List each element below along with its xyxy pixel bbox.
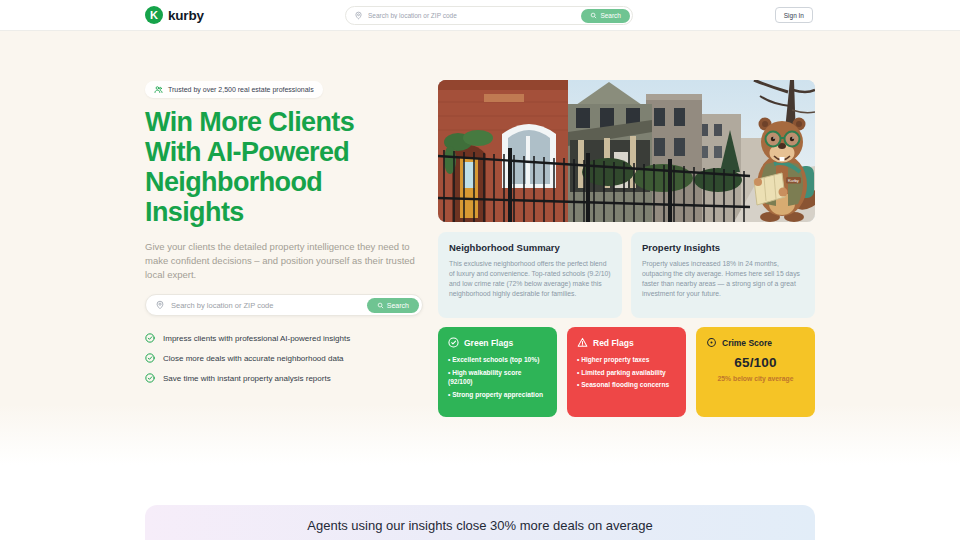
hero-title-line: Insights [145,197,437,227]
street-scene: Kurby [438,80,815,222]
target-icon [706,337,717,348]
hero-search-bar: Search [145,294,423,316]
header-search-bar: Search [345,6,633,25]
neighborhood-summary-card: Neighborhood Summary This exclusive neig… [438,232,622,318]
search-icon [377,302,384,309]
benefit-text: Impress clients with professional AI-pow… [163,334,350,343]
kurby-logo[interactable]: K kurby [145,6,204,24]
kurby-logo-icon: K [145,6,163,24]
header-search-input[interactable] [368,12,581,19]
benefit-item: Close more deals with accurate neighborh… [145,353,437,363]
red-flag-item: Seasonal flooding concerns [577,380,676,390]
trust-badge-text: Trusted by over 2,500 real estate profes… [168,86,314,93]
neighborhood-summary-body: This exclusive neighborhood offers the p… [449,259,611,299]
brand-name: kurby [168,8,204,23]
check-circle-icon [448,337,459,348]
hero-description: Give your clients the detailed property … [145,240,429,282]
green-flags-title: Green Flags [464,338,513,348]
benefit-text: Close more deals with accurate neighborh… [163,354,344,363]
neighborhood-summary-title: Neighborhood Summary [449,242,611,253]
hero-search-button-label: Search [387,302,409,309]
location-pin-icon [155,300,165,310]
trust-badge: Trusted by over 2,500 real estate profes… [145,81,323,98]
green-flag-item: High walkability score (92/100) [448,368,547,387]
property-insights-title: Property Insights [642,242,804,253]
green-flags-list: Excellent schools (top 10%) High walkabi… [448,355,547,399]
stats-banner-text: Agents using our insights close 30% more… [307,518,652,533]
hero-title: Win More Clients With AI-Powered Neighbo… [145,107,437,227]
summary-cards: Neighborhood Summary This exclusive neig… [438,232,815,318]
check-circle-icon [145,373,155,383]
green-flag-item: Excellent schools (top 10%) [448,355,547,365]
warning-triangle-icon [577,337,588,348]
hero-title-line: With AI-Powered [145,137,437,167]
stats-banner: Agents using our insights close 30% more… [145,505,815,540]
neighborhood-street-photo: Kurby [438,80,815,222]
crime-score-note: 25% below city average [706,375,805,382]
check-circle-icon [145,333,155,343]
users-icon [154,85,163,94]
red-flags-title: Red Flags [593,338,634,348]
property-insights-body: Property values increased 18% in 24 mont… [642,259,804,299]
benefits-list: Impress clients with professional AI-pow… [145,333,437,383]
header-search-button[interactable]: Search [581,9,630,23]
hero-search-input[interactable] [171,301,367,310]
red-flag-item: Limited parking availability [577,368,676,378]
benefit-item: Impress clients with professional AI-pow… [145,333,437,343]
hero-right-column: Kurby [438,80,815,417]
hero-left-column: Trusted by over 2,500 real estate profes… [145,80,437,393]
hero-search-button[interactable]: Search [367,298,419,313]
red-flag-item: Higher property taxes [577,355,676,365]
flag-cards: Green Flags Excellent schools (top 10%) … [438,327,815,417]
hero-title-line: Win More Clients [145,107,437,137]
crime-score-title: Crime Score [722,338,772,348]
property-insights-card: Property Insights Property values increa… [631,232,815,318]
benefit-text: Save time with instant property analysis… [163,374,331,383]
location-pin-icon [354,11,363,20]
mascot-name-tag: Kurby [788,178,800,183]
hero-title-line: Neighborhood [145,167,437,197]
search-icon [590,12,597,19]
green-flag-item: Strong property appreciation [448,390,547,400]
check-circle-icon [145,353,155,363]
red-flags-card: Red Flags Higher property taxes Limited … [567,327,686,417]
kurby-landing-page: K kurby Search Sign In Trusted by [0,0,960,540]
sign-in-button[interactable]: Sign In [775,7,813,23]
header-search-button-label: Search [600,12,621,19]
crime-score-value: 65/100 [706,355,805,370]
header: K kurby Search Sign In [0,0,960,31]
green-flags-card: Green Flags Excellent schools (top 10%) … [438,327,557,417]
red-flags-list: Higher property taxes Limited parking av… [577,355,676,390]
crime-score-card: Crime Score 65/100 25% below city averag… [696,327,815,417]
benefit-item: Save time with instant property analysis… [145,373,437,383]
